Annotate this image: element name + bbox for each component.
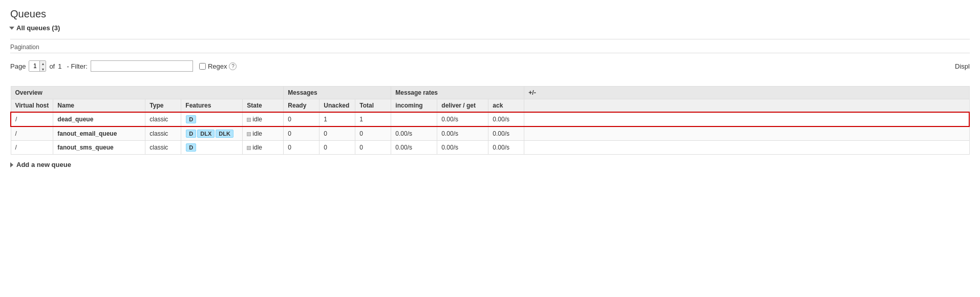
cell-incoming: [391, 112, 437, 126]
feature-tag-dlk: DLK: [216, 130, 233, 138]
cell-type: classic: [145, 112, 181, 126]
filter-input[interactable]: [91, 60, 193, 72]
page-increment-button[interactable]: ▲: [40, 61, 46, 67]
page-title: Queues: [10, 8, 970, 20]
column-header-row: Virtual host Name Type Features State Re…: [11, 99, 969, 113]
section-header: All queues (3): [10, 24, 970, 32]
cell-total: 0: [355, 141, 391, 155]
page-number-input[interactable]: [29, 61, 40, 71]
col-header-incoming: incoming: [391, 99, 437, 113]
group-header-overview: Overview: [11, 87, 284, 99]
cell-ready: 0: [284, 126, 319, 141]
table-row: /dead_queueclassicDidle0110.00/s0.00/s: [11, 112, 969, 126]
cell-ack: 0.00/s: [488, 141, 524, 155]
regex-wrapper: Regex ?: [199, 62, 237, 70]
cell-state: idle: [243, 141, 284, 155]
table-wrapper: Overview Messages Message rates +/- Virt…: [10, 81, 970, 155]
section-divider: [10, 39, 970, 39]
col-header-ack: ack: [488, 99, 524, 113]
cell-extra: [524, 141, 969, 155]
col-header-extra: [524, 99, 969, 113]
col-header-state: State: [243, 99, 284, 113]
feature-tag-d: D: [186, 143, 196, 152]
section-triangle-icon: [9, 27, 14, 30]
cell-features: D: [181, 112, 243, 126]
state-dot-icon: [247, 118, 251, 122]
add-queue-section[interactable]: Add a new queue: [10, 161, 970, 168]
filter-label: - Filter:: [67, 62, 87, 70]
col-header-deliver: deliver / get: [437, 99, 488, 113]
col-header-total: Total: [355, 99, 391, 113]
table-body: /dead_queueclassicDidle0110.00/s0.00/s/f…: [11, 112, 969, 155]
state-dot-icon: [247, 132, 251, 136]
cell-deliver-get: 0.00/s: [437, 141, 488, 155]
table-row: /fanout_sms_queueclassicDidle0000.00/s0.…: [11, 141, 969, 155]
group-header-rates: Message rates: [391, 87, 524, 99]
page-input-wrapper: ▲ ▼: [29, 60, 46, 72]
col-header-type: Type: [145, 99, 181, 113]
displ-label: Displ: [955, 62, 970, 70]
col-header-unacked: Unacked: [319, 99, 355, 113]
feature-tag-dlx: DLX: [197, 130, 215, 138]
cell-name[interactable]: dead_queue: [53, 112, 145, 126]
cell-ack: 0.00/s: [488, 126, 524, 141]
table-row: /fanout_email_queueclassicDDLXDLKidle000…: [11, 126, 969, 141]
cell-total: 1: [355, 112, 391, 126]
cell-type: classic: [145, 141, 181, 155]
state-dot-icon: [247, 146, 251, 150]
add-queue-triangle-icon: [10, 162, 13, 167]
total-pages: 1: [58, 62, 61, 70]
add-queue-label[interactable]: Add a new queue: [16, 161, 71, 168]
cell-extra: [524, 126, 969, 141]
cell-vhost: /: [11, 112, 53, 126]
regex-label: Regex: [208, 62, 227, 70]
cell-vhost: /: [11, 126, 53, 141]
cell-features: DDLXDLK: [181, 126, 243, 141]
cell-unacked: 0: [319, 141, 355, 155]
col-header-ready: Ready: [284, 99, 319, 113]
cell-state: idle: [243, 126, 284, 141]
queues-table: Overview Messages Message rates +/- Virt…: [10, 86, 970, 155]
cell-name[interactable]: fanout_sms_queue: [53, 141, 145, 155]
cell-extra: [524, 112, 969, 126]
group-header-messages: Messages: [284, 87, 391, 99]
regex-checkbox[interactable]: [199, 63, 206, 70]
of-label: of: [49, 62, 55, 70]
pagination-section: Pagination Page ▲ ▼ of 1 - Filter: Regex…: [10, 44, 970, 76]
col-header-name: Name: [53, 99, 145, 113]
cell-ready: 0: [284, 112, 319, 126]
col-header-features: Features: [181, 99, 243, 113]
cell-unacked: 1: [319, 112, 355, 126]
cell-ack: 0.00/s: [488, 112, 524, 126]
cell-state: idle: [243, 112, 284, 126]
section-label: All queues (3): [16, 24, 60, 32]
page-label: Page: [10, 62, 26, 70]
group-header-row: Overview Messages Message rates +/-: [11, 87, 969, 99]
cell-features: D: [181, 141, 243, 155]
cell-deliver-get: 0.00/s: [437, 126, 488, 141]
feature-tag-d: D: [186, 115, 196, 123]
pagination-label: Pagination: [10, 44, 970, 53]
cell-vhost: /: [11, 141, 53, 155]
feature-tag-d: D: [186, 130, 196, 138]
regex-help-icon[interactable]: ?: [229, 62, 237, 70]
page-decrement-button[interactable]: ▼: [40, 67, 46, 72]
cell-unacked: 0: [319, 126, 355, 141]
cell-incoming: 0.00/s: [391, 126, 437, 141]
cell-type: classic: [145, 126, 181, 141]
cell-deliver-get: 0.00/s: [437, 112, 488, 126]
page-container: Queues All queues (3) Pagination Page ▲ …: [0, 0, 980, 297]
cell-name[interactable]: fanout_email_queue: [53, 126, 145, 141]
cell-incoming: 0.00/s: [391, 141, 437, 155]
col-header-vhost: Virtual host: [11, 99, 53, 113]
cell-ready: 0: [284, 141, 319, 155]
page-spinner: ▲ ▼: [39, 61, 46, 72]
plus-minus-header[interactable]: +/-: [524, 87, 969, 99]
pagination-controls: Page ▲ ▼ of 1 - Filter: Regex ? Displ: [10, 56, 970, 76]
cell-total: 0: [355, 126, 391, 141]
